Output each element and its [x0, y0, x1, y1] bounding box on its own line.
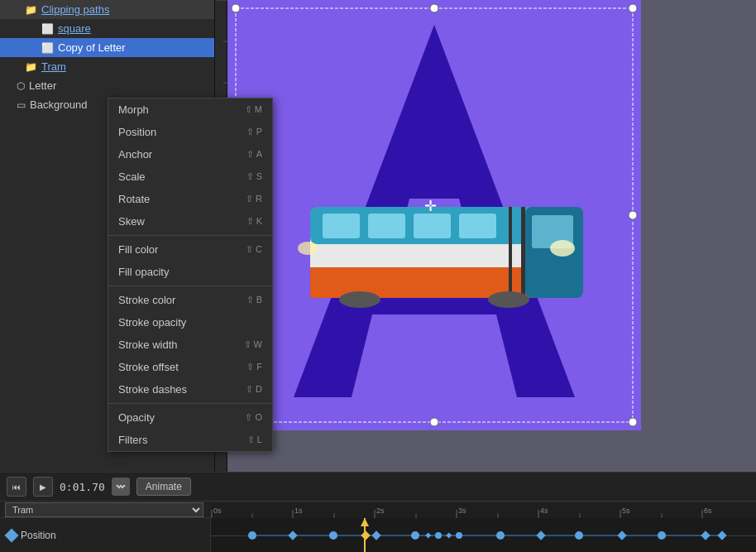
playhead-line — [364, 518, 366, 552]
artwork-svg: ✛ — [227, 0, 641, 430]
svg-rect-18 — [323, 214, 360, 238]
keyframe-area — [211, 518, 756, 552]
folder-icon: 📁 — [25, 61, 37, 73]
animate-button[interactable]: Animate — [136, 478, 191, 496]
layer-clipping-paths[interactable]: 📁 Clipping paths — [0, 0, 214, 19]
menu-skew[interactable]: Skew ⇧ K — [108, 210, 272, 233]
svg-text:6s: 6s — [704, 506, 712, 515]
position-track-row: Position — [0, 518, 756, 552]
svg-rect-78 — [717, 530, 726, 540]
canvas-area: ✛ — [215, 0, 756, 472]
layer-label: Letter — [29, 79, 56, 92]
tram-row: Tram 0s 1s 2s 3s 4s — [0, 502, 756, 518]
svg-text:2s: 2s — [376, 506, 385, 515]
wave-icon — [115, 481, 127, 492]
menu-stroke-color[interactable]: Stroke color ⇧ B — [108, 289, 272, 311]
layer-label: Tram — [41, 60, 66, 73]
svg-rect-25 — [509, 207, 512, 298]
rect-icon: ▭ — [17, 99, 26, 111]
time-display: 0:01.70 — [60, 481, 105, 493]
menu-sep-3 — [108, 403, 272, 404]
menu-stroke-dashes[interactable]: Stroke dashes ⇧ D — [108, 378, 272, 401]
svg-point-62 — [248, 531, 256, 540]
svg-rect-68 — [425, 532, 431, 538]
svg-rect-77 — [701, 530, 710, 540]
svg-rect-63 — [288, 530, 297, 540]
layer-label: Copy of Letter — [58, 41, 126, 54]
folder-icon: 📁 — [25, 4, 37, 16]
layer-copy-of-letter[interactable]: ⬜ Copy of Letter — [0, 38, 214, 57]
timeline: ⏮ ▶ 0:01.70 Animate Tram 0s 1s 2 — [0, 472, 756, 552]
menu-stroke-width[interactable]: Stroke width ⇧ W — [108, 334, 272, 356]
menu-rotate[interactable]: Rotate ⇧ R — [108, 188, 272, 210]
position-track-label: Position — [0, 518, 211, 552]
svg-text:0s: 0s — [213, 506, 222, 515]
svg-point-26 — [339, 291, 380, 308]
layer-square[interactable]: ⬜ square — [0, 19, 214, 38]
menu-fill-opacity[interactable]: Fill opacity — [108, 261, 272, 283]
layer-label: square — [58, 22, 91, 35]
svg-point-71 — [456, 532, 462, 539]
svg-point-36 — [629, 211, 637, 219]
svg-rect-66 — [371, 530, 380, 540]
svg-rect-21 — [459, 214, 496, 238]
play-button[interactable]: ▶ — [33, 477, 53, 497]
svg-text:5s: 5s — [622, 506, 630, 515]
menu-fill-color[interactable]: Fill color ⇧ C — [108, 238, 272, 261]
skip-back-button[interactable]: ⏮ — [7, 477, 26, 497]
menu-morph[interactable]: Morph ⇧ M — [108, 98, 272, 121]
svg-point-67 — [411, 531, 419, 540]
svg-point-76 — [658, 531, 666, 540]
svg-point-34 — [629, 4, 637, 12]
record-icon[interactable] — [112, 478, 130, 496]
svg-rect-20 — [414, 214, 451, 238]
svg-rect-19 — [368, 214, 405, 238]
tram-select[interactable]: Tram — [5, 502, 203, 517]
svg-point-32 — [232, 4, 240, 12]
svg-text:✛: ✛ — [424, 198, 437, 214]
timeline-ruler: 0s 1s 2s 3s 4s 5s 6s — [211, 502, 756, 518]
svg-point-28 — [550, 240, 575, 257]
position-diamond-icon — [5, 529, 19, 543]
layer-letter[interactable]: ⬡ Letter — [0, 76, 214, 95]
svg-point-39 — [629, 418, 637, 426]
layer-label: Clipping paths — [41, 3, 109, 16]
menu-sep-2 — [108, 286, 272, 286]
copy-icon: ⬜ — [41, 42, 54, 54]
layer-label: Background — [30, 98, 87, 111]
context-menu: Morph ⇧ M Position ⇧ P Anchor ⇧ A Scale … — [108, 98, 273, 452]
menu-anchor[interactable]: Anchor ⇧ A — [108, 143, 272, 166]
svg-rect-75 — [617, 530, 626, 540]
transport-bar: ⏮ ▶ 0:01.70 Animate — [0, 473, 756, 502]
svg-text:1s: 1s — [294, 506, 303, 515]
svg-point-69 — [435, 532, 442, 539]
menu-stroke-opacity[interactable]: Stroke opacity — [108, 311, 272, 334]
svg-rect-73 — [536, 530, 545, 540]
letter-icon: ⬡ — [17, 80, 25, 92]
square-icon: ⬜ — [41, 23, 54, 35]
position-label: Position — [21, 530, 56, 541]
svg-point-30 — [298, 242, 318, 255]
svg-rect-24 — [521, 207, 525, 298]
svg-rect-65 — [361, 530, 370, 540]
ruler-svg: 0s 1s 2s 3s 4s 5s 6s — [211, 502, 756, 518]
menu-sep-1 — [108, 235, 272, 236]
svg-point-27 — [488, 291, 529, 308]
menu-filters[interactable]: Filters ⇧ L — [108, 429, 272, 451]
menu-opacity[interactable]: Opacity ⇧ O — [108, 406, 272, 429]
layer-tram[interactable]: 📁 Tram — [0, 57, 214, 76]
menu-stroke-offset[interactable]: Stroke offset ⇧ F — [108, 356, 272, 378]
svg-point-64 — [329, 531, 337, 540]
menu-position[interactable]: Position ⇧ P — [108, 121, 272, 143]
svg-rect-70 — [446, 532, 452, 538]
svg-point-74 — [575, 531, 583, 540]
svg-text:3s: 3s — [458, 506, 467, 515]
svg-point-72 — [496, 531, 505, 540]
menu-scale[interactable]: Scale ⇧ S — [108, 166, 272, 188]
keyframes-svg — [211, 518, 756, 552]
svg-point-38 — [430, 418, 438, 426]
svg-text:4s: 4s — [540, 506, 548, 515]
svg-point-33 — [430, 4, 438, 12]
